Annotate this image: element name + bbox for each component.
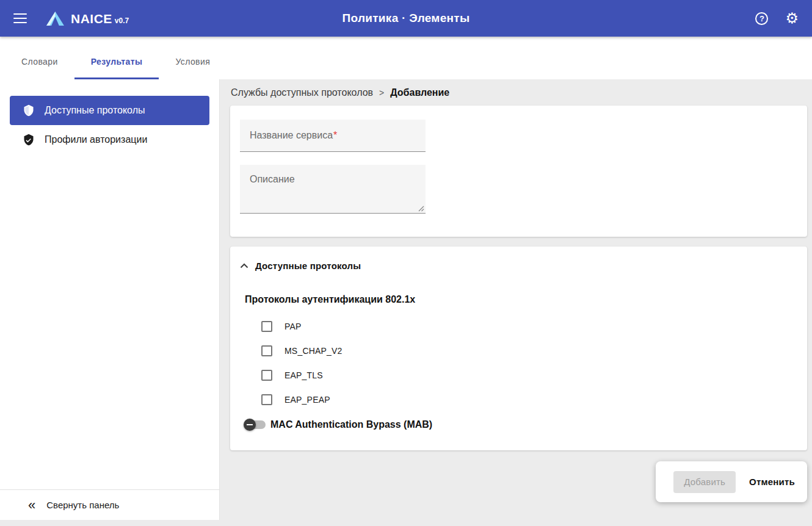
naice-logo-icon xyxy=(45,10,65,27)
breadcrumb: Службы доступных протоколов > Добавление xyxy=(230,86,807,106)
protocol-row-eap-peap: EAP_PEAP xyxy=(261,394,797,405)
help-button[interactable]: ? xyxy=(755,12,768,25)
sidebar-item-label: Доступные протоколы xyxy=(45,105,145,116)
actions-card: Добавить Отменить xyxy=(656,461,807,502)
app-version: v0.7 xyxy=(115,15,129,27)
protocol-row-ms-chap-v2: MS_CHAP_V2 xyxy=(261,345,797,356)
mab-toggle[interactable] xyxy=(244,419,266,431)
protocols-section-title: Доступные протоколы xyxy=(255,261,361,271)
sidebar-item-authorization-profiles[interactable]: Профили авторизации xyxy=(10,125,209,154)
checkbox-label: MS_CHAP_V2 xyxy=(285,346,343,356)
protocols-section-toggle[interactable]: Доступные протоколы xyxy=(240,260,797,271)
checkbox-pap[interactable] xyxy=(261,321,272,332)
protocol-row-eap-tls: EAP_TLS xyxy=(261,370,797,381)
auth-protocols-group-title: Протоколы аутентификации 802.1x xyxy=(245,294,797,305)
app-bar: NAICE v0.7 Политика · Элементы ? ⚙ xyxy=(0,0,812,37)
toggle-thumb-minus-icon xyxy=(244,419,256,431)
checkbox-label: EAP_TLS xyxy=(285,370,323,380)
service-name-input[interactable]: Название сервиса* xyxy=(240,120,426,152)
main-content: Службы доступных протоколов > Добавление… xyxy=(220,79,812,526)
app-name: NAICE xyxy=(71,11,112,27)
cancel-button[interactable]: Отменить xyxy=(745,471,799,493)
shield-check-icon xyxy=(22,132,35,147)
description-label: Описание xyxy=(250,174,295,184)
sidebar: Доступные протоколы Профили авторизации … xyxy=(0,79,220,520)
service-name-label: Название сервиса xyxy=(250,130,333,141)
help-icon: ? xyxy=(759,14,764,23)
checkbox-ms-chap-v2[interactable] xyxy=(261,345,272,356)
mab-row: MAC Authentication Bypass (MAB) xyxy=(244,419,797,431)
sidebar-item-label: Профили авторизации xyxy=(45,134,147,145)
chevron-up-icon xyxy=(240,260,248,271)
required-asterisk: * xyxy=(333,130,337,141)
page-title: Политика · Элементы xyxy=(343,12,470,25)
description-textarea[interactable]: Описание xyxy=(240,165,426,214)
tab-conditions[interactable]: Условия xyxy=(159,48,227,79)
settings-button[interactable]: ⚙ xyxy=(785,11,799,26)
add-button[interactable]: Добавить xyxy=(673,471,736,493)
checkbox-eap-peap[interactable] xyxy=(261,394,272,405)
hamburger-icon xyxy=(13,13,27,15)
checkbox-label: EAP_PEAP xyxy=(285,395,330,405)
tab-bar: Словари Результаты Условия xyxy=(0,37,812,79)
collapse-panel-label: Свернуть панель xyxy=(46,500,119,510)
collapse-panel-button[interactable]: « Свернуть панель xyxy=(0,489,219,520)
shield-icon xyxy=(22,103,35,118)
protocols-card: Доступные протоколы Протоколы аутентифик… xyxy=(230,247,807,450)
breadcrumb-current: Добавление xyxy=(390,87,449,98)
tab-dictionaries[interactable]: Словари xyxy=(5,48,74,79)
menu-button[interactable] xyxy=(13,12,29,24)
app-logo[interactable]: NAICE v0.7 xyxy=(45,10,129,27)
checkbox-label: PAP xyxy=(285,322,302,331)
gear-icon: ⚙ xyxy=(785,10,799,26)
protocol-row-pap: PAP xyxy=(261,321,797,332)
service-form-card: Название сервиса* Описание xyxy=(230,106,807,237)
mab-label: MAC Authentication Bypass (MAB) xyxy=(270,419,432,430)
double-chevron-left-icon: « xyxy=(28,499,35,512)
tab-results[interactable]: Результаты xyxy=(74,48,159,79)
breadcrumb-parent[interactable]: Службы доступных протоколов xyxy=(231,87,373,98)
breadcrumb-separator-icon: > xyxy=(379,88,384,98)
checkbox-eap-tls[interactable] xyxy=(261,370,272,381)
sidebar-item-available-protocols[interactable]: Доступные протоколы xyxy=(10,96,209,125)
resize-handle-icon[interactable] xyxy=(418,206,424,212)
